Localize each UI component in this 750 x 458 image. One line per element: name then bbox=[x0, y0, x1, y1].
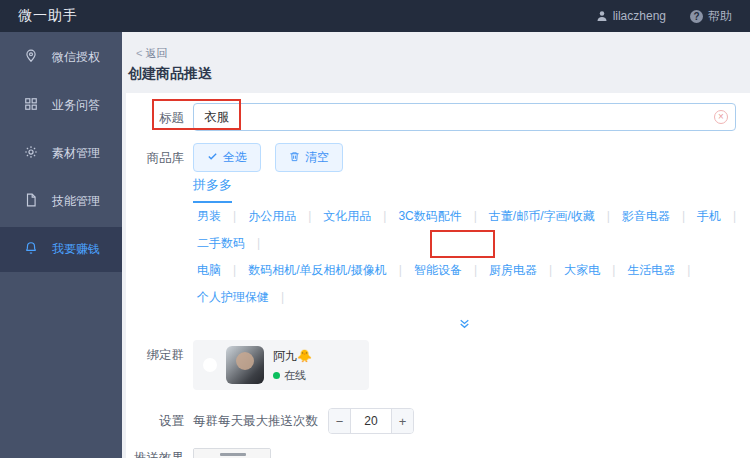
clear-input-icon[interactable]: × bbox=[714, 110, 728, 124]
trash-icon bbox=[289, 151, 300, 165]
document-icon bbox=[24, 193, 38, 210]
settings-text: 每群每天最大推送次数 bbox=[193, 413, 318, 430]
group-avatar bbox=[226, 346, 264, 384]
category-divider: | bbox=[281, 284, 284, 311]
select-all-icon bbox=[207, 151, 218, 165]
sidebar-item-make-money[interactable]: 我要赚钱 bbox=[0, 227, 122, 272]
category-divider: | bbox=[308, 203, 311, 230]
title-label: 标题 bbox=[126, 103, 184, 127]
category-link[interactable]: 文化用品 bbox=[323, 203, 371, 230]
category-divider: | bbox=[687, 257, 690, 284]
decrement-button[interactable]: − bbox=[329, 409, 351, 433]
page-title: 创建商品推送 bbox=[122, 63, 750, 93]
online-dot-icon bbox=[273, 372, 280, 379]
sidebar-item-label: 技能管理 bbox=[52, 193, 100, 210]
bell-icon bbox=[24, 241, 38, 258]
category-divider: | bbox=[682, 203, 685, 230]
select-all-button[interactable]: 全选 bbox=[193, 143, 261, 172]
online-status: 在线 bbox=[284, 368, 306, 383]
expand-categories-button[interactable] bbox=[448, 314, 481, 336]
category-link[interactable]: 电脑 bbox=[197, 257, 221, 284]
top-bar: 微一助手 lilaczheng ? 帮助 bbox=[0, 0, 750, 32]
title-row: 标题 × bbox=[126, 103, 750, 131]
category-link[interactable]: 个人护理保健 bbox=[197, 284, 269, 311]
category-divider: | bbox=[607, 203, 610, 230]
push-effect-label: 推送效果 bbox=[126, 448, 184, 458]
sidebar-item-wechat-auth[interactable]: 微信授权 bbox=[0, 35, 122, 80]
clear-button[interactable]: 清空 bbox=[275, 143, 343, 172]
chat-title-bar bbox=[194, 449, 270, 458]
group-name: 阿九🐥 bbox=[273, 348, 312, 365]
help-label: 帮助 bbox=[708, 8, 732, 25]
sidebar-item-label: 微信授权 bbox=[52, 49, 100, 66]
category-link[interactable]: 智能设备 bbox=[414, 257, 462, 284]
category-divider: | bbox=[257, 230, 260, 257]
category-link[interactable]: 古董/邮币/字画/收藏 bbox=[489, 203, 595, 230]
sidebar-item-skill-mgmt[interactable]: 技能管理 bbox=[0, 179, 122, 224]
bound-group-label: 绑定群 bbox=[126, 340, 184, 364]
sidebar-item-label: 素材管理 bbox=[52, 145, 100, 162]
user-menu[interactable]: lilaczheng bbox=[596, 9, 666, 23]
category-link[interactable]: 二手数码 bbox=[197, 230, 245, 257]
category-link[interactable]: 数码相机/单反相机/摄像机 bbox=[248, 257, 387, 284]
category-divider: | bbox=[549, 257, 552, 284]
category-divider: | bbox=[233, 257, 236, 284]
category-link[interactable]: 手机 bbox=[697, 203, 721, 230]
settings-label: 设置 bbox=[126, 408, 184, 430]
sidebar-item-label: 业务问答 bbox=[52, 97, 100, 114]
sidebar-item-business-qa[interactable]: 业务问答 bbox=[0, 83, 122, 128]
category-divider: | bbox=[612, 257, 615, 284]
category-row-2: 电脑 | 数码相机/单反相机/摄像机 | 智能设备 | 厨房电器 | 大 bbox=[193, 257, 750, 311]
category-link[interactable]: 男装 bbox=[197, 203, 221, 230]
form-card: 标题 × 商品库 bbox=[126, 93, 750, 458]
category-link[interactable]: 生活电器 bbox=[627, 257, 675, 284]
library-row: 商品库 全选 bbox=[126, 143, 750, 336]
bound-group-row: 绑定群 阿九🐥 在线 bbox=[126, 340, 750, 390]
back-arrow-icon: < bbox=[136, 47, 142, 59]
push-effect-preview-image bbox=[193, 448, 271, 458]
clear-label: 清空 bbox=[305, 149, 329, 166]
increment-button[interactable]: + bbox=[391, 409, 413, 433]
app-window: 微一助手 lilaczheng ? 帮助 bbox=[0, 0, 750, 458]
group-radio[interactable] bbox=[203, 358, 217, 372]
category-link[interactable]: 厨房电器 bbox=[489, 257, 537, 284]
sidebar-item-label: 我要赚钱 bbox=[52, 241, 100, 258]
select-all-label: 全选 bbox=[223, 149, 247, 166]
sidebar: 微信授权 业务问答 素材管理 bbox=[0, 32, 122, 458]
category-divider: | bbox=[474, 257, 477, 284]
push-count-stepper: − 20 + bbox=[328, 408, 414, 434]
double-chevron-down-icon bbox=[458, 316, 471, 333]
category-divider: | bbox=[383, 203, 386, 230]
username: lilaczheng bbox=[613, 9, 666, 23]
category-divider: | bbox=[399, 257, 402, 284]
sidebar-item-material-mgmt[interactable]: 素材管理 bbox=[0, 131, 122, 176]
push-effect-row: 推送效果 bbox=[126, 448, 750, 458]
tab-pinduoduo[interactable]: 拼多多 bbox=[193, 176, 232, 203]
category-link[interactable]: 影音电器 bbox=[622, 203, 670, 230]
back-label: 返回 bbox=[145, 47, 167, 59]
title-input[interactable] bbox=[193, 103, 736, 131]
category-link[interactable]: 办公用品 bbox=[248, 203, 296, 230]
category-divider: | bbox=[474, 203, 477, 230]
gear-icon bbox=[24, 145, 38, 162]
library-label: 商品库 bbox=[126, 143, 184, 167]
help-link[interactable]: ? 帮助 bbox=[690, 8, 732, 25]
push-count-value[interactable]: 20 bbox=[351, 409, 391, 433]
category-link[interactable]: 3C数码配件 bbox=[398, 203, 461, 230]
category-row-1: 男装 | 办公用品 | 文化用品 | 3C数码配件 | 古董/邮币/字画 bbox=[193, 203, 750, 257]
back-link[interactable]: <返回 bbox=[122, 32, 750, 63]
main-content: <返回 创建商品推送 标题 × 商品库 bbox=[122, 32, 750, 458]
category-link[interactable]: 大家电 bbox=[564, 257, 600, 284]
group-card[interactable]: 阿九🐥 在线 bbox=[193, 340, 369, 390]
pin-icon bbox=[24, 49, 38, 66]
settings-row: 设置 每群每天最大推送次数 − 20 + bbox=[126, 408, 750, 434]
category-divider: | bbox=[733, 203, 736, 230]
grid-icon bbox=[24, 97, 38, 114]
user-icon bbox=[596, 10, 608, 22]
category-divider: | bbox=[233, 203, 236, 230]
help-icon: ? bbox=[690, 10, 703, 23]
app-title: 微一助手 bbox=[18, 7, 78, 25]
